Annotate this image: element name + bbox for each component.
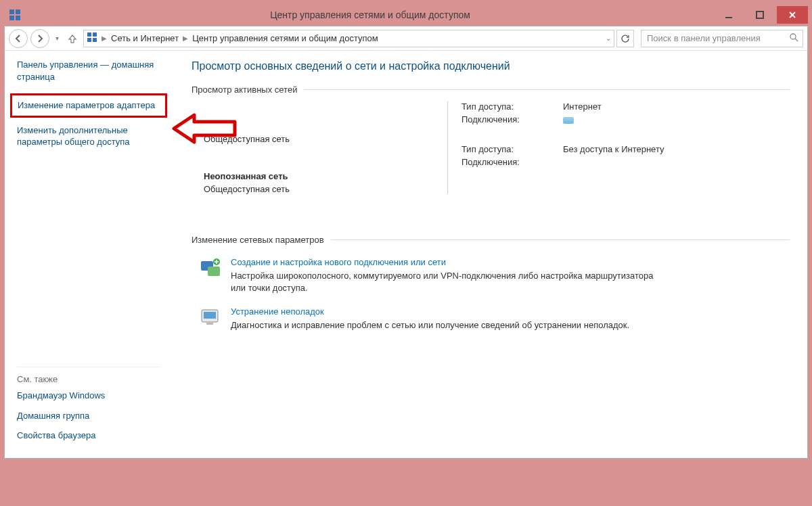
main-content: Просмотр основных сведений о сети и наст… xyxy=(173,51,807,458)
network-name: Неопознанная сеть xyxy=(204,171,427,181)
titlebar: Центр управления сетями и общим доступом xyxy=(4,4,808,26)
access-type-value: Без доступа к Интернету xyxy=(563,144,664,154)
svg-rect-12 xyxy=(208,267,220,276)
breadcrumb-part[interactable]: Центр управления сетями и общим доступом xyxy=(192,33,378,43)
forward-button[interactable] xyxy=(30,29,49,48)
minimize-button[interactable] xyxy=(713,6,744,24)
access-type-label: Тип доступа: xyxy=(461,101,563,112)
troubleshoot-icon xyxy=(200,306,221,328)
page-heading: Просмотр основных сведений о сети и наст… xyxy=(191,60,790,72)
sidebar: Панель управления — домашняя страница Из… xyxy=(5,51,173,458)
sidebar-link-home[interactable]: Панель управления — домашняя страница xyxy=(17,59,160,83)
access-type-value: Интернет xyxy=(563,101,602,112)
breadcrumb[interactable]: ▶ Сеть и Интернет ▶ Центр управления сет… xyxy=(83,30,614,47)
search-input[interactable] xyxy=(646,32,789,44)
back-button[interactable] xyxy=(9,29,28,48)
search-box[interactable] xyxy=(641,30,803,47)
sidebar-link-homegroup[interactable]: Домашняя группа xyxy=(17,410,160,422)
new-connection-icon xyxy=(200,257,221,279)
network-adapter-icon xyxy=(563,117,574,124)
section-change-settings: Изменение сетевых параметров xyxy=(191,235,790,245)
svg-point-10 xyxy=(790,34,796,39)
connections-label: Подключения: xyxy=(461,157,563,167)
sidebar-link-browser-properties[interactable]: Свойства браузера xyxy=(17,430,160,442)
action-desc: Диагностика и исправление проблем с сеть… xyxy=(231,319,629,331)
action-troubleshoot: Устранение неполадок Диагностика и испра… xyxy=(191,301,790,338)
search-icon xyxy=(789,32,798,44)
svg-rect-1 xyxy=(16,9,20,14)
network-row: Общедоступная сеть Тип доступа: Интернет… xyxy=(204,101,790,144)
svg-rect-2 xyxy=(9,16,14,20)
action-link-troubleshoot[interactable]: Устранение неполадок xyxy=(231,306,324,317)
window-title: Центр управления сетями и общим доступом xyxy=(27,9,713,20)
highlighted-box: Изменение параметров адаптера xyxy=(10,93,167,118)
connections-label: Подключения: xyxy=(461,114,563,124)
connection-value xyxy=(563,157,664,167)
maximize-button[interactable] xyxy=(744,6,775,24)
network-type: Общедоступная сеть xyxy=(204,184,427,194)
sidebar-link-firewall[interactable]: Брандмауэр Windows xyxy=(17,390,160,402)
svg-rect-3 xyxy=(16,16,20,20)
close-button[interactable] xyxy=(777,6,808,24)
app-icon xyxy=(8,8,22,22)
access-type-label: Тип доступа: xyxy=(461,144,563,154)
sidebar-link-adapter-settings[interactable]: Изменение параметров адаптера xyxy=(18,99,160,112)
section-active-networks: Просмотр активных сетей xyxy=(191,85,790,95)
svg-rect-5 xyxy=(757,12,763,18)
svg-rect-8 xyxy=(87,38,91,42)
chevron-right-icon: ▶ xyxy=(183,34,188,42)
action-new-connection: Создание и настройка нового подключения … xyxy=(191,252,790,301)
chevron-right-icon: ▶ xyxy=(102,34,107,42)
sidebar-link-sharing-settings[interactable]: Изменить дополнительные параметры общего… xyxy=(17,124,160,148)
svg-rect-7 xyxy=(93,32,97,37)
svg-rect-4 xyxy=(725,17,732,18)
navbar: ▾ ▶ Сеть и Интернет ▶ Центр управления с… xyxy=(5,26,807,51)
breadcrumb-dropdown[interactable]: ⌄ xyxy=(606,34,611,42)
svg-rect-6 xyxy=(87,32,91,37)
see-also-label: См. также xyxy=(17,367,160,384)
action-desc: Настройка широкополосного, коммутируемог… xyxy=(231,270,664,294)
history-dropdown[interactable]: ▾ xyxy=(52,34,62,42)
breadcrumb-icon xyxy=(87,32,97,45)
network-row: Неопознанная сеть Общедоступная сеть Тип… xyxy=(204,171,790,194)
connection-link[interactable] xyxy=(563,114,602,124)
breadcrumb-part[interactable]: Сеть и Интернет xyxy=(111,33,179,43)
svg-rect-9 xyxy=(93,38,97,42)
refresh-button[interactable] xyxy=(616,30,634,47)
svg-rect-16 xyxy=(206,323,213,325)
svg-rect-0 xyxy=(9,9,14,14)
annotation-arrow xyxy=(171,112,238,147)
svg-rect-15 xyxy=(204,312,216,319)
up-button[interactable] xyxy=(64,30,81,47)
action-link-new-connection[interactable]: Создание и настройка нового подключения … xyxy=(231,257,446,267)
